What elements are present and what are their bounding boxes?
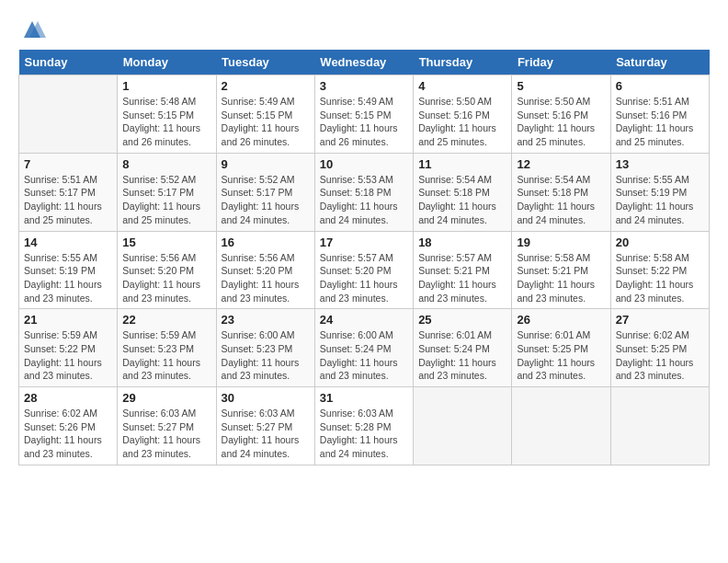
calendar-cell-w1-d1 [19,75,118,154]
day-number-27: 27 [616,313,704,327]
day-number-7: 7 [24,157,112,171]
day-number-26: 26 [517,313,605,327]
calendar-cell-w2-d1: 7Sunrise: 5:51 AM Sunset: 5:17 PM Daylig… [19,153,118,231]
calendar-cell-w1-d4: 3Sunrise: 5:49 AM Sunset: 5:15 PM Daylig… [314,75,413,154]
page-header [18,18,710,40]
calendar-cell-w2-d2: 8Sunrise: 5:52 AM Sunset: 5:17 PM Daylig… [118,153,216,231]
calendar-cell-w3-d3: 16Sunrise: 5:56 AM Sunset: 5:20 PM Dayli… [216,231,314,309]
day-number-1: 1 [122,79,210,93]
day-number-13: 13 [616,157,704,171]
calendar-cell-w5-d6 [512,387,610,465]
day-info-18: Sunrise: 5:57 AM Sunset: 5:21 PM Dayligh… [418,251,506,305]
day-info-3: Sunrise: 5:49 AM Sunset: 5:15 PM Dayligh… [320,95,408,149]
day-number-24: 24 [320,313,408,327]
calendar-cell-w5-d5 [414,387,512,465]
day-info-7: Sunrise: 5:51 AM Sunset: 5:17 PM Dayligh… [24,173,112,227]
day-info-19: Sunrise: 5:58 AM Sunset: 5:21 PM Dayligh… [517,251,605,305]
day-info-2: Sunrise: 5:49 AM Sunset: 5:15 PM Dayligh… [222,95,310,149]
day-info-17: Sunrise: 5:57 AM Sunset: 5:20 PM Dayligh… [320,251,408,305]
week-row-3: 14Sunrise: 5:55 AM Sunset: 5:19 PM Dayli… [19,231,710,309]
day-number-14: 14 [24,236,112,249]
week-row-4: 21Sunrise: 5:59 AM Sunset: 5:22 PM Dayli… [19,309,710,387]
day-number-18: 18 [418,236,506,249]
calendar-cell-w4-d3: 23Sunrise: 6:00 AM Sunset: 5:23 PM Dayli… [216,309,314,387]
calendar-table: Sunday Monday Tuesday Wednesday Thursday… [18,50,710,465]
day-info-5: Sunrise: 5:50 AM Sunset: 5:16 PM Dayligh… [517,95,605,149]
day-number-4: 4 [418,79,506,93]
header-saturday: Saturday [610,50,709,75]
day-info-30: Sunrise: 6:03 AM Sunset: 5:27 PM Dayligh… [222,407,310,461]
calendar-cell-w1-d2: 1Sunrise: 5:48 AM Sunset: 5:15 PM Daylig… [118,75,216,154]
calendar-cell-w2-d7: 13Sunrise: 5:55 AM Sunset: 5:19 PM Dayli… [610,153,709,231]
day-info-14: Sunrise: 5:55 AM Sunset: 5:19 PM Dayligh… [24,251,112,305]
day-number-17: 17 [320,236,408,249]
day-info-22: Sunrise: 5:59 AM Sunset: 5:23 PM Dayligh… [122,328,210,383]
calendar-cell-w4-d5: 25Sunrise: 6:01 AM Sunset: 5:24 PM Dayli… [414,309,512,387]
day-number-28: 28 [24,391,112,405]
day-info-24: Sunrise: 6:00 AM Sunset: 5:24 PM Dayligh… [320,328,408,383]
header-thursday: Thursday [414,50,512,75]
day-number-16: 16 [222,236,310,249]
day-info-28: Sunrise: 6:02 AM Sunset: 5:26 PM Dayligh… [24,407,112,461]
header-tuesday: Tuesday [216,50,314,75]
day-number-5: 5 [517,79,605,93]
day-number-11: 11 [418,157,506,171]
day-number-6: 6 [616,79,704,93]
calendar-cell-w5-d3: 30Sunrise: 6:03 AM Sunset: 5:27 PM Dayli… [216,387,314,465]
day-info-29: Sunrise: 6:03 AM Sunset: 5:27 PM Dayligh… [122,407,210,461]
day-info-6: Sunrise: 5:51 AM Sunset: 5:16 PM Dayligh… [616,95,704,149]
calendar-cell-w2-d4: 10Sunrise: 5:53 AM Sunset: 5:18 PM Dayli… [314,153,413,231]
day-number-22: 22 [122,313,210,327]
day-info-8: Sunrise: 5:52 AM Sunset: 5:17 PM Dayligh… [122,173,210,227]
calendar-cell-w5-d1: 28Sunrise: 6:02 AM Sunset: 5:26 PM Dayli… [19,387,118,465]
header-sunday: Sunday [19,50,118,75]
day-number-12: 12 [517,157,605,171]
calendar-cell-w5-d2: 29Sunrise: 6:03 AM Sunset: 5:27 PM Dayli… [118,387,216,465]
day-info-21: Sunrise: 5:59 AM Sunset: 5:22 PM Dayligh… [24,328,112,383]
calendar-cell-w4-d7: 27Sunrise: 6:02 AM Sunset: 5:25 PM Dayli… [610,309,709,387]
day-number-30: 30 [222,391,310,405]
calendar-cell-w4-d4: 24Sunrise: 6:00 AM Sunset: 5:24 PM Dayli… [314,309,413,387]
day-number-8: 8 [122,157,210,171]
day-number-19: 19 [517,236,605,249]
logo [18,18,50,40]
calendar-cell-w4-d1: 21Sunrise: 5:59 AM Sunset: 5:22 PM Dayli… [19,309,118,387]
calendar-cell-w4-d2: 22Sunrise: 5:59 AM Sunset: 5:23 PM Dayli… [118,309,216,387]
day-info-15: Sunrise: 5:56 AM Sunset: 5:20 PM Dayligh… [122,251,210,305]
day-number-23: 23 [222,313,310,327]
day-info-25: Sunrise: 6:01 AM Sunset: 5:24 PM Dayligh… [418,328,506,383]
header-friday: Friday [512,50,610,75]
week-row-5: 28Sunrise: 6:02 AM Sunset: 5:26 PM Dayli… [19,387,710,465]
calendar-cell-w5-d7 [610,387,709,465]
day-number-31: 31 [320,391,408,405]
day-number-9: 9 [222,157,310,171]
calendar-body: 1Sunrise: 5:48 AM Sunset: 5:15 PM Daylig… [19,75,710,465]
day-number-21: 21 [24,313,112,327]
day-info-31: Sunrise: 6:03 AM Sunset: 5:28 PM Dayligh… [320,407,408,461]
day-info-26: Sunrise: 6:01 AM Sunset: 5:25 PM Dayligh… [517,328,605,383]
calendar-cell-w1-d5: 4Sunrise: 5:50 AM Sunset: 5:16 PM Daylig… [414,75,512,154]
calendar-cell-w3-d4: 17Sunrise: 5:57 AM Sunset: 5:20 PM Dayli… [314,231,413,309]
day-info-16: Sunrise: 5:56 AM Sunset: 5:20 PM Dayligh… [222,251,310,305]
day-number-25: 25 [418,313,506,327]
day-info-12: Sunrise: 5:54 AM Sunset: 5:18 PM Dayligh… [517,173,605,227]
day-info-4: Sunrise: 5:50 AM Sunset: 5:16 PM Dayligh… [418,95,506,149]
calendar-cell-w3-d5: 18Sunrise: 5:57 AM Sunset: 5:21 PM Dayli… [414,231,512,309]
calendar-cell-w1-d7: 6Sunrise: 5:51 AM Sunset: 5:16 PM Daylig… [610,75,709,154]
day-number-3: 3 [320,79,408,93]
calendar-cell-w2-d6: 12Sunrise: 5:54 AM Sunset: 5:18 PM Dayli… [512,153,610,231]
calendar-cell-w2-d3: 9Sunrise: 5:52 AM Sunset: 5:17 PM Daylig… [216,153,314,231]
logo-icon [18,18,46,40]
calendar-cell-w3-d1: 14Sunrise: 5:55 AM Sunset: 5:19 PM Dayli… [19,231,118,309]
calendar-header-row: Sunday Monday Tuesday Wednesday Thursday… [19,50,710,75]
header-wednesday: Wednesday [314,50,413,75]
calendar-cell-w3-d2: 15Sunrise: 5:56 AM Sunset: 5:20 PM Dayli… [118,231,216,309]
calendar-cell-w4-d6: 26Sunrise: 6:01 AM Sunset: 5:25 PM Dayli… [512,309,610,387]
day-info-13: Sunrise: 5:55 AM Sunset: 5:19 PM Dayligh… [616,173,704,227]
calendar-cell-w1-d3: 2Sunrise: 5:49 AM Sunset: 5:15 PM Daylig… [216,75,314,154]
calendar-cell-w1-d6: 5Sunrise: 5:50 AM Sunset: 5:16 PM Daylig… [512,75,610,154]
day-number-15: 15 [122,236,210,249]
day-number-20: 20 [616,236,704,249]
day-info-10: Sunrise: 5:53 AM Sunset: 5:18 PM Dayligh… [320,173,408,227]
calendar-cell-w3-d6: 19Sunrise: 5:58 AM Sunset: 5:21 PM Dayli… [512,231,610,309]
